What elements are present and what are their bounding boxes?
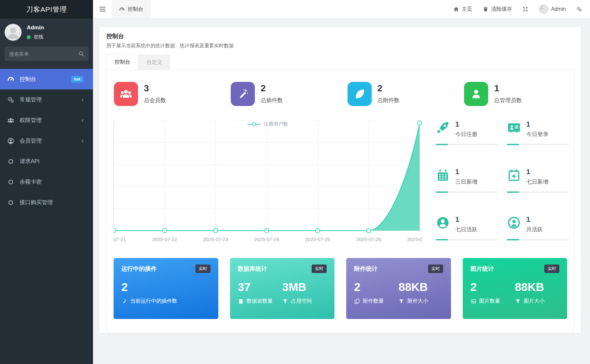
card-title: 数据库统计: [238, 265, 267, 273]
chart-legend[interactable]: 注册用户数: [248, 121, 288, 127]
realtime-cards-row: 运行中的插件 实时 2: [107, 258, 574, 319]
quick-stat-label: 今日登录: [526, 130, 549, 138]
card-value: 88KB: [398, 280, 443, 294]
sidebar-item-label: 请求API: [20, 158, 39, 165]
sidebar-item-label: 接口购买管理: [20, 199, 53, 206]
card-value: 37: [238, 280, 282, 294]
quick-stat-label: 七日新增: [526, 178, 549, 186]
funnel-icon: [282, 298, 288, 304]
search-input[interactable]: [5, 47, 88, 61]
tab-dashboard[interactable]: 控制台: [106, 54, 138, 70]
hot-badge: hot: [71, 76, 83, 83]
sidebar-item-api-purchase[interactable]: 接口购买管理: [0, 192, 93, 213]
chart-plot-area: [114, 120, 422, 234]
chevron-left-icon: ‹: [82, 96, 84, 103]
search-icon[interactable]: [78, 51, 85, 57]
quick-stat-value: 1: [455, 168, 477, 175]
rocket-icon: [436, 120, 450, 135]
card-database-stats: 数据库统计 实时 37 数据表数量: [230, 258, 335, 319]
tab-custom[interactable]: 自定义: [138, 54, 170, 70]
user-name: Admin: [27, 24, 44, 31]
stat-value: 1: [494, 83, 522, 93]
x-axis-tick-label: 2025-07-22: [152, 236, 177, 242]
progress-bar: [507, 191, 569, 193]
sidebar-item-label: 余额卡密: [20, 178, 42, 186]
card-value: 2: [471, 280, 515, 294]
sidebar-item-label: 会员管理: [20, 137, 42, 144]
stat-value: 2: [378, 83, 400, 93]
clear-cache-button[interactable]: 清除缓存: [483, 6, 512, 13]
sidebar-item-permissions[interactable]: 权限管理 ‹: [0, 110, 93, 130]
copy-pages-icon: [354, 298, 360, 304]
gears-icon: [7, 96, 14, 103]
quick-stat-value: 1: [526, 120, 549, 128]
stat-total-attachments: 2 总附件数: [340, 82, 457, 106]
dashboard-icon: [119, 7, 125, 12]
user-circle-outline-icon: [507, 216, 521, 230]
main-area: 控制台 用于展示当前系统中的统计数据、统计报表及重要实时数据 控制台 自定义: [93, 19, 590, 364]
gears-icon: [576, 6, 582, 12]
sidebar-item-dashboard[interactable]: 控制台 hot: [0, 69, 93, 89]
registrations-chart: 注册用户数 2025-07-212025-07-222025-07-232025…: [114, 120, 422, 244]
card-title: 图片统计: [471, 265, 494, 273]
card-attachment-stats: 附件统计 实时 2 附件数量: [346, 258, 451, 319]
x-axis-tick-label: 2025-07-21: [114, 236, 126, 242]
card-title: 附件统计: [354, 265, 378, 273]
calendar-icon: [436, 168, 450, 182]
content-tabs: 控制台 自定义: [106, 54, 574, 70]
tab-content: 3 总会员数 2: [106, 70, 574, 332]
chart-x-axis-labels: 2025-07-212025-07-222025-07-232025-07-24…: [114, 236, 422, 244]
card-metric-label: 当前运行中的插件数: [130, 298, 177, 305]
app-logo: 刀客API管理: [0, 0, 93, 19]
home-label: 主页: [462, 6, 472, 13]
circle-icon: [8, 200, 14, 205]
x-axis-tick-label: 2025-07-24: [254, 236, 279, 242]
image-icon: [471, 298, 476, 304]
content-panel: 控制台 用于展示当前系统中的统计数据、统计报表及重要实时数据 控制台 自定义: [99, 26, 581, 333]
sidebar-item-label: 权限管理: [20, 116, 42, 124]
sidebar-item-general-settings[interactable]: 常规管理 ‹: [0, 89, 93, 110]
card-metric-label: 图片大小: [524, 298, 545, 305]
progress-bar: [507, 144, 569, 145]
users-group-icon: [114, 82, 138, 106]
home-icon: [453, 6, 459, 12]
user-circle-icon: [7, 137, 14, 144]
card-metric-label: 附件数量: [363, 298, 384, 305]
sidebar: 刀客API管理 Admin 在线: [0, 0, 93, 364]
card-image-stats: 图片统计 实时 2 图片: [463, 258, 567, 319]
x-axis-tick-label: 2025-07-26: [356, 236, 381, 242]
card-metric-label: 图片数量: [479, 298, 500, 305]
funnel-icon: [515, 298, 521, 304]
stat-value: 3: [144, 83, 166, 93]
user-menu[interactable]: Admin: [539, 4, 566, 14]
sidebar-toggle-button[interactable]: [93, 0, 112, 18]
funnel-icon: [398, 298, 404, 304]
card-title: 运行中的插件: [121, 265, 157, 273]
legend-label: 注册用户数: [264, 121, 288, 127]
sidebar-item-request-api[interactable]: 请求API: [0, 151, 93, 172]
leaf-icon: [348, 82, 372, 106]
chevron-left-icon: ‹: [82, 117, 84, 124]
clear-cache-label: 清除缓存: [491, 6, 512, 13]
x-axis-tick-label: 2025-07-23: [203, 236, 228, 242]
app-root: 刀客API管理 Admin 在线: [0, 0, 590, 364]
circle-icon: [8, 159, 14, 164]
stat-total-plugins: 2 总插件数: [224, 82, 340, 106]
card-metric-label: 数据表数量: [247, 298, 273, 305]
x-axis-tick-label: 2025-07-25: [305, 236, 330, 242]
home-link[interactable]: 主页: [453, 6, 472, 13]
realtime-badge: 实时: [195, 265, 210, 273]
quick-stat-label: 七日活跃: [455, 226, 477, 233]
magic-wand-icon: [121, 298, 127, 304]
card-running-plugins: 运行中的插件 实时 2: [114, 258, 218, 319]
navbar-tab-dashboard[interactable]: 控制台: [112, 0, 151, 18]
users-icon: [7, 117, 14, 124]
fullscreen-button[interactable]: [522, 6, 528, 12]
navbar-user-name: Admin: [551, 6, 566, 12]
stat-total-admins: 1 总管理员数: [457, 82, 574, 106]
sidebar-item-members[interactable]: 会员管理 ‹: [0, 130, 93, 151]
quick-stat-7day-active: 1 七日活跃: [436, 216, 498, 240]
sidebar-item-balance-cards[interactable]: 余额卡密: [0, 172, 93, 192]
settings-button[interactable]: [576, 6, 582, 12]
progress-bar: [436, 191, 498, 193]
